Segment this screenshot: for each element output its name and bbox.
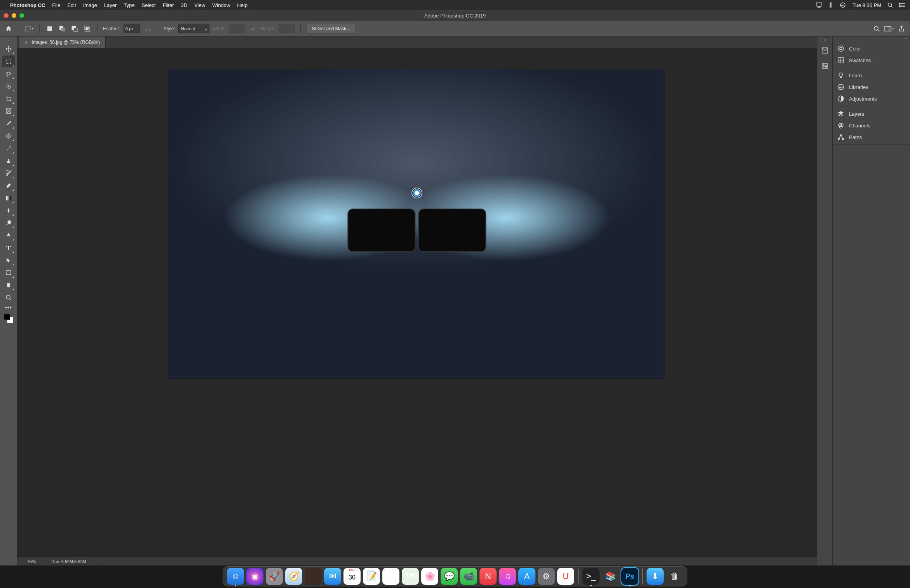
paths-panel-tab[interactable]: Paths	[833, 131, 910, 143]
menu-filter[interactable]: Filter	[163, 2, 174, 8]
toolbar-expand-icon[interactable]: ››	[0, 38, 17, 43]
dock-safari[interactable]: 🧭	[285, 568, 302, 585]
rectangle-tool[interactable]	[2, 267, 15, 278]
blur-tool[interactable]	[2, 205, 15, 216]
new-selection-icon[interactable]	[45, 24, 54, 33]
dock-preferences[interactable]: ⚙	[538, 568, 555, 585]
close-tab-icon[interactable]: ×	[25, 40, 28, 45]
share-icon[interactable]	[897, 24, 906, 33]
style-select[interactable]: Normal	[178, 24, 209, 33]
dock-facetime[interactable]: 📹	[460, 568, 477, 585]
close-window-button[interactable]	[4, 13, 9, 18]
strip-collapse-icon[interactable]: ‹‹	[817, 38, 832, 43]
svg-rect-13	[61, 28, 65, 31]
menu-view[interactable]: View	[194, 2, 205, 8]
dock-siri[interactable]: ◉	[246, 568, 263, 585]
menu-image[interactable]: Image	[83, 2, 97, 8]
menu-help[interactable]: Help	[237, 2, 248, 8]
pen-tool[interactable]	[2, 230, 15, 241]
edit-toolbar-button[interactable]: •••	[2, 304, 15, 311]
panels-collapse-icon[interactable]: ››	[833, 37, 910, 41]
select-and-mask-button[interactable]: Select and Mask...	[306, 24, 356, 34]
search-icon[interactable]	[872, 24, 881, 33]
dock-music[interactable]: ♫	[499, 568, 516, 585]
zoom-tool[interactable]	[2, 292, 15, 303]
minimize-window-button[interactable]	[12, 13, 16, 18]
swatches-panel-tab[interactable]: Swatches	[833, 54, 910, 66]
hand-tool[interactable]	[2, 279, 15, 291]
healing-brush-tool[interactable]	[2, 130, 15, 142]
dock-magnet[interactable]: U	[557, 568, 574, 585]
menu-type[interactable]: Type	[124, 2, 134, 8]
dock-finder[interactable]: ☺	[227, 568, 244, 585]
learn-panel-tab[interactable]: Learn	[833, 70, 910, 81]
doc-info[interactable]: Doc: 6.59M/6.59M	[51, 559, 86, 564]
menu-3d[interactable]: 3D	[181, 2, 188, 8]
properties-panel-icon[interactable]	[819, 61, 830, 71]
color-panel-tab[interactable]: Color	[833, 43, 910, 54]
dock-calendar[interactable]: OCT30	[343, 568, 361, 585]
app-name[interactable]: Photoshop CC	[10, 2, 45, 8]
dock-news[interactable]: N	[479, 568, 497, 585]
document-tab[interactable]: × Images_56.jpg @ 75% (RGB/8#)	[19, 37, 106, 48]
menu-file[interactable]: File	[52, 2, 60, 8]
dock-messages[interactable]: 💬	[441, 568, 458, 585]
spotlight-icon[interactable]	[887, 2, 893, 8]
svg-point-9	[899, 6, 900, 7]
libraries-panel-tab[interactable]: Libraries	[833, 81, 910, 93]
dock-launchpad[interactable]: 🚀	[266, 568, 283, 585]
quick-selection-tool[interactable]	[2, 80, 15, 92]
dock-terminal[interactable]: >_	[582, 568, 600, 585]
channels-panel-tab[interactable]: Channels	[833, 120, 910, 131]
airplay-icon[interactable]	[816, 2, 822, 8]
menu-edit[interactable]: Edit	[67, 2, 76, 8]
menu-list-icon[interactable]	[899, 3, 905, 7]
dock-downloads[interactable]: ⬇	[647, 568, 664, 585]
dock-trash[interactable]: 🗑	[666, 568, 683, 585]
crop-tool[interactable]	[2, 93, 15, 104]
type-tool[interactable]	[2, 242, 15, 254]
dock-appstore[interactable]: A	[518, 568, 535, 585]
move-tool[interactable]	[2, 43, 15, 55]
dock-maps[interactable]: 🗺	[402, 568, 419, 585]
color-swatches[interactable]	[4, 314, 13, 323]
dock-reminders[interactable]: ▤	[382, 568, 399, 585]
frame-tool[interactable]	[2, 105, 15, 117]
brush-tool[interactable]	[2, 143, 15, 154]
eraser-tool[interactable]	[2, 180, 15, 191]
marquee-preset-icon[interactable]: ▾	[24, 24, 34, 33]
status-more-icon[interactable]: 〉	[102, 558, 106, 564]
menubar-clock[interactable]: Tue 9:30 PM	[852, 2, 881, 8]
dock-mail[interactable]: ✉	[324, 568, 341, 585]
dock-books-stack[interactable]: 📚	[602, 568, 619, 585]
history-brush-tool[interactable]	[2, 167, 15, 179]
menu-layer[interactable]: Layer	[104, 2, 117, 8]
fullscreen-window-button[interactable]	[19, 13, 24, 18]
add-selection-icon[interactable]	[58, 24, 67, 33]
eyedropper-tool[interactable]	[2, 118, 15, 129]
intersect-selection-icon[interactable]	[82, 24, 92, 33]
dock-photos[interactable]: 🌸	[421, 568, 438, 585]
zoom-level[interactable]: 75%	[27, 559, 36, 564]
subtract-selection-icon[interactable]	[70, 24, 79, 33]
lasso-tool[interactable]	[2, 68, 15, 80]
bluetooth-icon[interactable]	[828, 2, 833, 8]
clone-stamp-tool[interactable]	[2, 155, 15, 167]
layers-panel-tab[interactable]: Layers	[833, 108, 910, 120]
path-selection-tool[interactable]	[2, 254, 15, 266]
marquee-tool[interactable]	[2, 56, 15, 67]
creative-cloud-icon[interactable]	[839, 2, 846, 8]
dock-photoshop[interactable]: Ps	[621, 568, 638, 585]
dock-photoshop-doc[interactable]	[305, 568, 322, 585]
dock-notes[interactable]: 📝	[363, 568, 380, 585]
dodge-tool[interactable]	[2, 217, 15, 229]
gradient-tool[interactable]	[2, 192, 15, 204]
home-button[interactable]	[4, 24, 13, 33]
workspace-switcher-icon[interactable]: ▾	[884, 24, 894, 33]
feather-input[interactable]	[124, 24, 140, 33]
menu-select[interactable]: Select	[141, 2, 155, 8]
adjustments-panel-tab[interactable]: Adjustments	[833, 93, 910, 104]
canvas[interactable]	[17, 48, 817, 557]
menu-window[interactable]: Window	[212, 2, 230, 8]
history-panel-icon[interactable]	[819, 45, 830, 56]
